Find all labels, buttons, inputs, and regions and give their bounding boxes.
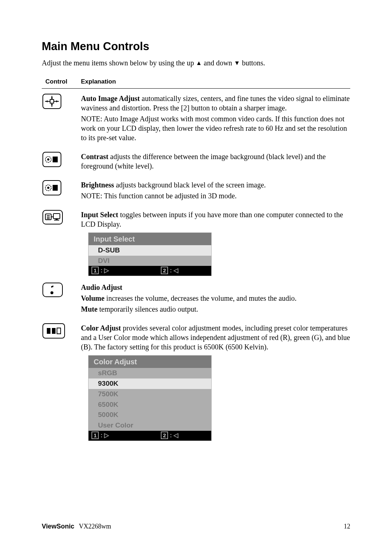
color-menu-title: Color Adjust — [89, 356, 211, 368]
input-menu-item-dsub[interactable]: D-SUB — [89, 245, 211, 256]
color-menu-item-6500k[interactable]: 6500K — [89, 400, 211, 410]
back-arrow-icon: ◁ — [173, 432, 178, 439]
key-2-icon: 2 — [161, 432, 168, 439]
auto-image-note-label: NOTE: — [81, 115, 102, 123]
mute-body: temporarily silences audio output. — [98, 305, 198, 313]
brightness-icon — [42, 180, 61, 195]
key-2-icon: 2 — [161, 267, 168, 274]
auto-image-lead: Auto Image Adjust — [81, 94, 140, 102]
svg-point-13 — [47, 187, 49, 189]
enter-arrow-icon: ▷ — [104, 432, 109, 439]
key-1-icon: 1 — [91, 267, 99, 274]
audio-adjust-icon — [42, 283, 63, 297]
col-explanation: Explanation — [81, 78, 350, 85]
intro-prefix: Adjust the menu items shown below by usi… — [42, 59, 196, 67]
brightness-note-label: NOTE: — [81, 192, 102, 200]
svg-rect-23 — [47, 328, 50, 334]
col-control: Control — [42, 78, 81, 85]
input-menu-footer: 1 : ▷ 2 : ◁ — [89, 266, 211, 276]
auto-image-adjust-icon — [42, 94, 61, 109]
svg-marker-5 — [51, 97, 53, 98]
row-contrast: Contrast adjusts the difference between … — [42, 152, 350, 172]
color-menu-footer: 1 : ▷ 2 : ◁ — [89, 431, 211, 441]
row-color-adjust: Color Adjust provides several color adju… — [42, 323, 350, 441]
page-footer: ViewSonic VX2268wm 12 — [42, 523, 350, 530]
svg-point-10 — [47, 158, 49, 161]
input-menu-item-dvi[interactable]: DVI — [89, 256, 211, 266]
input-menu-title: Input Select — [89, 233, 211, 245]
color-lead: Color Adjust — [81, 324, 121, 332]
svg-marker-6 — [51, 104, 53, 106]
audio-lead: Audio Adjust — [81, 283, 122, 291]
contrast-body: adjusts the difference between the image… — [81, 153, 326, 170]
svg-marker-8 — [56, 100, 58, 102]
row-auto-image-adjust: Auto Image Adjust automatically sizes, c… — [42, 94, 350, 144]
svg-rect-14 — [53, 185, 58, 191]
intro-suffix: buttons. — [240, 59, 265, 67]
mute-lead: Mute — [81, 305, 98, 313]
down-arrow-icon: ▼ — [234, 60, 240, 67]
color-adjust-menu: Color Adjust sRGB 9300K 7500K 6500K 5000… — [88, 355, 212, 441]
color-body: provides several color adjustment modes,… — [81, 324, 350, 351]
row-audio-adjust: Audio Adjust Volume increases the volume… — [42, 283, 350, 315]
back-arrow-icon: ◁ — [173, 267, 178, 274]
svg-rect-24 — [52, 328, 56, 334]
svg-rect-19 — [53, 214, 60, 219]
volume-lead: Volume — [81, 294, 105, 302]
footer-model: VX2268wm — [79, 523, 111, 530]
color-menu-item-srgb[interactable]: sRGB — [89, 368, 211, 378]
svg-marker-7 — [46, 100, 48, 102]
brightness-lead: Brightness — [81, 181, 114, 189]
input-select-lead: Input Select — [81, 211, 118, 219]
color-menu-item-5000k[interactable]: 5000K — [89, 410, 211, 420]
brightness-note: This function cannot be adjusted in 3D m… — [102, 192, 237, 200]
color-menu-item-9300k[interactable]: 9300K — [89, 378, 211, 389]
svg-rect-25 — [57, 328, 61, 334]
page-number: 12 — [344, 523, 350, 530]
input-select-body: toggles between inputs if you have more … — [81, 211, 343, 228]
up-arrow-icon: ▲ — [196, 60, 202, 67]
contrast-lead: Contrast — [81, 153, 109, 161]
intro-mid: and down — [202, 59, 234, 67]
color-menu-item-usercolor[interactable]: User Color — [89, 420, 211, 431]
page-title: Main Menu Controls — [42, 40, 350, 53]
footer-brand: ViewSonic — [42, 523, 74, 530]
row-brightness: Brightness adjusts background black leve… — [42, 180, 350, 202]
svg-rect-11 — [53, 157, 58, 162]
auto-image-note: Auto Image Adjust works with most common… — [81, 115, 347, 142]
input-select-menu: Input Select D-SUB DVI 1 : ▷ 2 : ◁ — [88, 232, 212, 276]
row-input-select: Input Select toggles between inputs if y… — [42, 210, 350, 276]
key-1-icon: 1 — [91, 432, 99, 439]
intro-text: Adjust the menu items shown below by usi… — [42, 59, 350, 67]
volume-body: increases the volume, decreases the volu… — [105, 294, 297, 302]
svg-rect-21 — [54, 220, 59, 220]
contrast-icon — [42, 152, 61, 167]
table-header: Control Explanation — [42, 78, 350, 89]
color-menu-item-7500k[interactable]: 7500K — [89, 389, 211, 400]
enter-arrow-icon: ▷ — [104, 267, 109, 274]
color-adjust-icon — [42, 323, 65, 339]
svg-rect-0 — [50, 100, 54, 103]
svg-rect-20 — [56, 219, 58, 220]
input-select-icon — [42, 210, 63, 224]
brightness-body: adjusts background black level of the sc… — [114, 181, 266, 189]
